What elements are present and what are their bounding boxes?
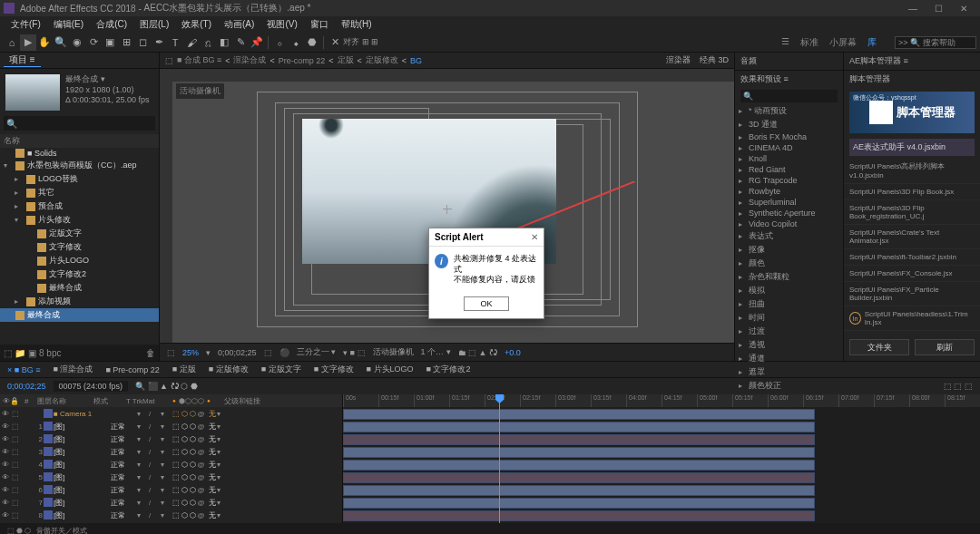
puppet-tool[interactable]: 📌: [249, 34, 265, 51]
layer-row[interactable]: 👁⬚8[图]正常▾/▾⬚ ⬡ ⬡@无▾: [0, 509, 342, 521]
home-icon[interactable]: ⌂: [4, 34, 20, 51]
effect-category[interactable]: ▸* 动画预设: [739, 104, 839, 118]
ws-library[interactable]: 库: [867, 36, 877, 49]
view-axis-icon[interactable]: ⬣: [304, 34, 320, 51]
zoom-level[interactable]: 25%: [182, 348, 199, 357]
eraser-tool[interactable]: ◧: [216, 34, 232, 51]
project-item[interactable]: ▸其它: [0, 186, 159, 199]
ws-small[interactable]: 小屏幕: [829, 36, 857, 49]
menu-effect[interactable]: 效果(T): [176, 18, 217, 31]
local-axis-icon[interactable]: ⬦: [271, 34, 288, 51]
new-folder-icon[interactable]: 📁: [15, 348, 25, 358]
layer-row[interactable]: 👁⬚2[图]正常▾/▾⬚ ⬡ ⬡@无▾: [0, 432, 342, 445]
res-icon[interactable]: ▾: [206, 348, 211, 357]
project-item[interactable]: ■ Solids: [0, 148, 159, 159]
menu-comp[interactable]: 合成(C): [91, 18, 132, 31]
timecode[interactable]: 0;00;02;25: [7, 382, 46, 391]
menu-layer[interactable]: 图层(L): [134, 18, 174, 31]
timeline-tab[interactable]: ■ 文字修改2: [426, 364, 471, 375]
project-item[interactable]: 定版文字: [0, 227, 159, 240]
script-item[interactable]: ScriptUI Panels\高易排列脚本 v1.0.jsxbin: [844, 158, 980, 184]
playhead[interactable]: [499, 394, 500, 523]
bpc-label[interactable]: 8 bpc: [39, 348, 61, 358]
effects-search[interactable]: 🔍: [740, 90, 838, 102]
project-search[interactable]: 🔍: [4, 116, 155, 131]
new-comp-icon[interactable]: ▣: [28, 348, 36, 358]
project-item[interactable]: ▾水墨包装动画模版（CC）.aep: [0, 159, 159, 172]
folder-button[interactable]: 文件夹: [849, 339, 909, 355]
layer-row[interactable]: 👁⬚1[图]正常▾/▾⬚ ⬡ ⬡@无▾: [0, 420, 342, 432]
clone-tool[interactable]: ⎌: [200, 34, 216, 51]
script-selected[interactable]: AE表达式助手 v4.0.jsxbin: [849, 139, 975, 156]
effect-category[interactable]: ▸Synthetic Aperture: [739, 208, 839, 218]
project-item[interactable]: 最终合成: [0, 281, 159, 295]
script-item[interactable]: InScriptUI Panels\headless\1.Trim In.jsx: [844, 306, 980, 331]
project-list[interactable]: 名称 ■ Solids▾水墨包装动画模版（CC）.aep▸LOGO替换▸其它▸预…: [0, 134, 159, 345]
project-item[interactable]: 文字修改: [0, 240, 159, 254]
script-item[interactable]: ScriptUI Panels\FX_Particle Builder.jsxb…: [844, 282, 980, 306]
menu-edit[interactable]: 编辑(E): [48, 18, 89, 31]
ok-button[interactable]: OK: [464, 296, 509, 311]
effect-category[interactable]: ▸时间: [739, 311, 839, 325]
refresh-button[interactable]: 刷新: [915, 339, 975, 355]
trash-icon[interactable]: 🗑: [146, 348, 155, 358]
effects-tab[interactable]: 效果和预设 ≡: [735, 71, 843, 88]
script-item[interactable]: ScriptUI Panels\3D Flip Book.jsx: [844, 184, 980, 200]
menu-anim[interactable]: 动画(A): [219, 18, 260, 31]
effect-category[interactable]: ▸模拟: [739, 284, 839, 297]
script-item[interactable]: ScriptUI Panels\Crate's Text Animator.js…: [844, 225, 980, 249]
project-item[interactable]: ▾片头修改: [0, 213, 159, 227]
effect-category[interactable]: ▸3D 通道: [739, 118, 839, 131]
effect-category[interactable]: ▸扭曲: [739, 297, 839, 311]
project-item[interactable]: 最终合成: [0, 308, 159, 322]
dialog-close-button[interactable]: ✕: [531, 232, 538, 242]
minimize-button[interactable]: —: [900, 4, 926, 14]
effect-category[interactable]: ▸抠像: [739, 243, 839, 257]
layer-row[interactable]: 👁⬚5[图]正常▾/▾⬚ ⬡ ⬡@无▾: [0, 471, 342, 483]
close-button[interactable]: ✕: [951, 4, 976, 14]
scripts-tab[interactable]: AE脚本管理器 ≡: [844, 53, 980, 71]
ws-standard[interactable]: 标准: [800, 36, 818, 49]
audio-tab[interactable]: 音频: [735, 53, 843, 71]
effect-category[interactable]: ▸Superluminal: [739, 197, 839, 208]
layer-row[interactable]: 👁⬚■ Camera 1▾/▾⬚ ⬡ ⬡@无▾: [0, 407, 342, 420]
project-item[interactable]: ▸LOGO替换: [0, 172, 159, 186]
interpret-icon[interactable]: ⬚: [4, 348, 12, 358]
menu-view[interactable]: 视图(V): [261, 18, 302, 31]
selection-tool[interactable]: ▶: [20, 34, 36, 51]
effect-category[interactable]: ▸RG Trapcode: [739, 175, 839, 186]
snap-icon[interactable]: ✕: [327, 34, 343, 51]
effect-category[interactable]: ▸杂色和颗粒: [739, 270, 839, 284]
layer-row[interactable]: 👁⬚3[图]正常▾/▾⬚ ⬡ ⬡@无▾: [0, 445, 342, 458]
shape-tool[interactable]: ◻: [134, 34, 151, 51]
text-tool[interactable]: T: [167, 34, 183, 51]
hand-tool[interactable]: ✋: [36, 34, 53, 51]
camera-tool[interactable]: ▣: [102, 34, 118, 51]
mag-icon[interactable]: ⬚: [167, 348, 175, 357]
res-dropdown[interactable]: 三分之一 ▾: [297, 346, 337, 358]
script-item[interactable]: ScriptUI Panels\FX_Console.jsx: [844, 266, 980, 282]
rotate-tool[interactable]: ⟳: [85, 34, 102, 51]
orbit-tool[interactable]: ◉: [69, 34, 85, 51]
world-axis-icon[interactable]: ⬥: [288, 34, 304, 51]
project-item[interactable]: 片头LOGO: [0, 254, 159, 267]
layer-row[interactable]: 👁⬚4[图]正常▾/▾⬚ ⬡ ⬡@无▾: [0, 458, 342, 471]
help-search[interactable]: >> 🔍 搜索帮助: [895, 36, 976, 49]
roto-tool[interactable]: ✎: [232, 34, 249, 51]
maximize-button[interactable]: ☐: [926, 4, 951, 14]
timeline-tracks[interactable]: 00s00:15f01:00f01:15f02:00f02:15f03:00f0…: [343, 394, 980, 523]
effect-category[interactable]: ▸颜色: [739, 257, 839, 270]
effect-category[interactable]: ▸表达式: [739, 229, 839, 243]
timeline-tab[interactable]: ■ Pre-comp 22: [105, 365, 159, 374]
effect-category[interactable]: ▸Video Copilot: [739, 218, 839, 229]
view-count[interactable]: 1 个… ▾: [421, 346, 451, 358]
timeline-tab[interactable]: ■ 渲染合成: [53, 364, 93, 375]
effect-category[interactable]: ▸Boris FX Mocha: [739, 131, 839, 142]
brush-tool[interactable]: 🖌: [183, 34, 200, 51]
menu-window[interactable]: 窗口: [305, 18, 334, 31]
timeline-tab[interactable]: ■ 片头LOGO: [367, 364, 414, 375]
effect-category[interactable]: ▸透视: [739, 338, 839, 352]
effect-category[interactable]: ▸Red Giant: [739, 164, 839, 175]
effect-category[interactable]: ▸过渡: [739, 325, 839, 338]
timeline-tab[interactable]: × ■ BG ≡: [7, 365, 40, 374]
